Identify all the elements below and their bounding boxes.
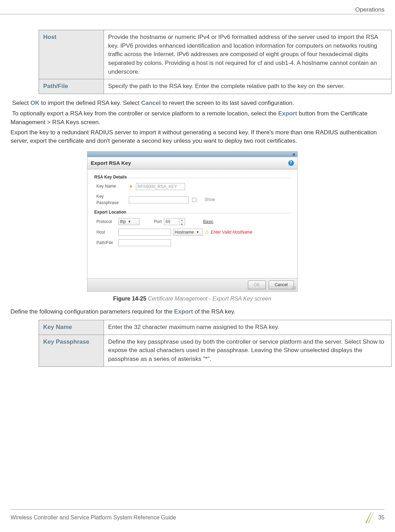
protocol-dropdown[interactable]: tftp ▼	[118, 218, 139, 225]
step-8: 8 Select OK to import the defined RSA ke…	[0, 99, 384, 108]
figure-number: Figure 14-25	[113, 296, 146, 302]
step-text: Define the following configuration param…	[11, 308, 174, 315]
help-icon[interactable]: ?	[288, 160, 294, 166]
chevron-down-icon[interactable]: ▼	[180, 223, 184, 226]
ok-bold: OK	[31, 100, 40, 106]
row-key-name: Key Name ★ RFS6000_RSA_KEY	[97, 183, 291, 190]
definition-table-1: Host Provide the hostname or numeric IPv…	[39, 30, 391, 94]
chevron-up-icon[interactable]: ▲	[180, 218, 184, 222]
fieldset-label-rsa: RSA Key Details	[94, 175, 128, 180]
host-label: Host	[97, 229, 116, 235]
header-rule	[0, 14, 384, 14]
content: Host Provide the hostname or numeric IPv…	[0, 30, 384, 372]
page-number: 35	[378, 513, 384, 521]
show-label: Show	[205, 197, 215, 203]
port-stepper[interactable]: 69 ▲ ▼	[164, 218, 185, 225]
row-label: Path/File	[39, 79, 104, 94]
definition-table-2: Key Name Enter the 32 character maximum …	[39, 320, 391, 367]
row-desc: Provide the hostname or numeric IPv4 or …	[104, 30, 391, 79]
row-host: Host Hostname ▼ ⚠ Enter Valid HostName	[97, 229, 291, 236]
fieldset-label-export: Export Location	[94, 210, 127, 215]
export-rsa-dialog: × Export RSA Key ? RSA Key Details Key N…	[87, 151, 298, 292]
row-label: Key Passphrase	[39, 335, 104, 366]
key-pass-label: Key Passphrase	[97, 194, 127, 206]
page-number-block: 35	[365, 512, 384, 524]
step-number: 9	[4, 109, 11, 118]
row-desc: Define the key passphrase used by both t…	[104, 335, 391, 366]
table-row: Key Name Enter the 32 character maximum …	[39, 320, 391, 335]
figure-caption: Figure 14-25 Certificate Management - Ex…	[0, 295, 384, 303]
row-desc: Specify the path to the RSA key. Enter t…	[104, 79, 391, 94]
row-label: Key Name	[39, 320, 104, 335]
dialog-footer: OK Cancel	[87, 278, 297, 291]
show-checkbox[interactable]	[192, 198, 196, 202]
dialog-title: Export RSA Key	[91, 159, 131, 167]
required-star-icon: ★	[129, 183, 133, 190]
step-text: to import the defined RSA key. Select	[39, 100, 141, 106]
step-text: To optionally export a RSA key from the …	[12, 110, 278, 117]
hostname-dropdown[interactable]: Hostname ▼	[173, 229, 203, 236]
export-bold: Export	[278, 110, 297, 117]
cancel-button[interactable]: Cancel	[269, 281, 294, 289]
header-section: Operations	[355, 6, 384, 14]
footer-text: Wireless Controller and Service Platform…	[11, 513, 176, 521]
basic-link[interactable]: Basic	[203, 219, 213, 225]
chevron-down-icon: ▼	[196, 230, 199, 235]
ok-button[interactable]: OK	[248, 281, 266, 289]
key-name-input[interactable]: RFS6000_RSA_KEY	[136, 183, 185, 190]
export-bold: Export	[174, 308, 193, 315]
row-key-passphrase: Key Passphrase Show	[97, 194, 291, 206]
table-row: Path/File Specify the path to the RSA ke…	[39, 79, 391, 94]
host-error-text: Enter Valid HostName	[211, 229, 252, 235]
cancel-bold: Cancel	[141, 100, 161, 106]
step-9-body: Export the key to a redundant RADIUS ser…	[11, 128, 384, 146]
row-protocol-port: Protocol tftp ▼ Port 69 ▲ ▼ Basic	[97, 218, 291, 225]
step-10: 10Define the following configuration par…	[0, 308, 384, 316]
step-number: 10	[0, 308, 11, 316]
warning-icon: ⚠	[205, 229, 209, 236]
port-value: 69	[166, 219, 170, 225]
row-label: Host	[39, 30, 104, 79]
dialog-header: Export RSA Key ?	[87, 157, 297, 169]
figure-caption-text: Certificate Management - Export RSA Key …	[148, 296, 271, 302]
table-row: Key Passphrase Define the key passphrase…	[39, 335, 391, 366]
step-9: 9 To optionally export a RSA key from th…	[0, 109, 384, 127]
step-text: of the RSA key.	[193, 308, 236, 315]
key-pass-input[interactable]	[129, 196, 189, 203]
step-text: to revert the screen to its last saved c…	[161, 100, 294, 106]
step-number: 8	[4, 99, 11, 108]
path-label: Path/File	[97, 240, 116, 246]
host-input[interactable]	[118, 229, 171, 236]
page-chevron-icon	[365, 512, 377, 524]
protocol-label: Protocol	[97, 219, 116, 225]
chevron-down-icon: ▼	[128, 220, 131, 224]
close-icon[interactable]: ×	[292, 152, 295, 158]
protocol-value: tftp	[120, 219, 126, 225]
path-input[interactable]	[118, 239, 171, 246]
hostname-dd-value: Hostname	[175, 229, 194, 235]
key-name-label: Key Name	[97, 183, 127, 189]
row-path: Path/File	[97, 239, 291, 246]
row-desc: Enter the 32 character maximum name assi…	[104, 320, 391, 335]
resize-grip-icon[interactable]	[292, 286, 296, 290]
table-row: Host Provide the hostname or numeric IPv…	[39, 30, 391, 79]
step-text: Select	[12, 100, 31, 106]
dialog-titlebar[interactable]: ×	[87, 151, 297, 157]
port-label: Port	[154, 219, 162, 225]
page-footer: Wireless Controller and Service Platform…	[11, 509, 384, 524]
dialog-body: RSA Key Details Key Name ★ RFS6000_RSA_K…	[87, 169, 297, 278]
